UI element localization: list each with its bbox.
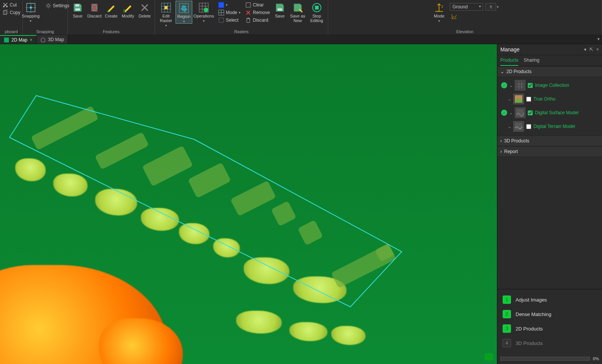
raster-select-button[interactable]: Select <box>217 17 242 24</box>
trash-icon <box>245 17 251 23</box>
item-true-ortho[interactable]: ⌄ True Ortho <box>500 92 600 106</box>
edit-raster-label: Edit Raster <box>156 14 176 23</box>
raster-discard-button[interactable]: Discard <box>244 17 271 24</box>
step-3d-products[interactable]: 43D Products <box>500 336 599 350</box>
features-group-label: Features <box>68 29 155 34</box>
chevron-down-icon: ▾ <box>226 3 228 7</box>
svg-rect-20 <box>219 18 224 22</box>
mode-icon <box>218 10 224 16</box>
section-3d-products[interactable]: › 3D Products <box>497 136 602 146</box>
section-report[interactable]: › Report <box>497 146 602 157</box>
chevron-down-icon: ▾ <box>203 19 205 23</box>
map-overview-icon[interactable] <box>485 353 493 360</box>
chevron-down-icon: ▾ <box>183 19 185 23</box>
cut-button[interactable]: Cut <box>1 2 22 8</box>
svg-text:z: z <box>441 4 443 8</box>
gear-icon <box>45 3 51 9</box>
remove-icon <box>245 10 251 16</box>
delete-icon <box>139 2 150 13</box>
chevron-down-icon: ⌄ <box>500 69 504 74</box>
features-modify-button[interactable]: Modify <box>120 1 136 18</box>
dsm-checkbox[interactable] <box>528 110 533 115</box>
raster-saveas-button[interactable]: Save as New <box>288 1 307 23</box>
features-save-button[interactable]: Save <box>69 1 86 18</box>
item-image-collection[interactable]: ✓ ⌄ Image Collection <box>500 78 600 92</box>
workflow-steps: 1Adjust Images 2Dense Matching 32D Produ… <box>497 289 602 353</box>
snapping-button[interactable]: Snapping ▾ <box>19 1 42 23</box>
copy-label: Copy <box>10 10 21 15</box>
stop-editing-label: Stop Editing <box>307 14 326 23</box>
features-create-button[interactable]: Create <box>103 1 120 18</box>
operations-button[interactable]: Operations▾ <box>192 1 215 23</box>
tab-sharing[interactable]: Sharing <box>524 57 539 66</box>
elevation-extra-button[interactable] <box>450 13 499 20</box>
features-delete-button[interactable]: Delete <box>136 1 153 18</box>
raster-color-button[interactable]: ▾ <box>217 2 242 8</box>
region-label: Region <box>177 14 191 19</box>
map-viewport[interactable] <box>0 44 497 364</box>
true-ortho-checkbox[interactable] <box>526 97 531 102</box>
item-dsm[interactable]: ✓ ⌄ Digital Surface Model <box>500 106 600 120</box>
tabs-menu-icon[interactable]: ▾ <box>597 37 600 42</box>
operations-label: Operations <box>193 14 214 18</box>
features-discard-button[interactable]: Discard <box>86 1 103 18</box>
step-dense-matching[interactable]: 2Dense Matching <box>500 307 599 321</box>
raster-mode-button[interactable]: Mode ▾ <box>217 9 242 16</box>
snapping-icon <box>26 2 36 13</box>
chevron-down-icon[interactable]: ⌄ <box>509 111 513 115</box>
raster-save-label: Save <box>275 14 284 18</box>
section-2d-products[interactable]: ⌄ 2D Products <box>497 66 602 77</box>
create-icon <box>106 2 117 13</box>
progress-row: 0% <box>497 353 602 364</box>
copy-button[interactable]: Copy <box>1 9 22 16</box>
snapping-settings-button[interactable]: Settings <box>44 2 71 9</box>
svg-rect-26 <box>4 38 9 42</box>
svg-point-12 <box>107 11 109 12</box>
step-2d-products[interactable]: 32D Products <box>500 321 599 336</box>
rasters-group: Edit Raster▾ Region▾ Operations▾ ▾ Mode … <box>155 0 328 35</box>
manage-tabs: Products Sharing <box>497 55 602 66</box>
stop-editing-button[interactable]: Stop Editing <box>307 1 326 23</box>
close-icon[interactable]: × <box>30 37 32 43</box>
step-adjust-images[interactable]: 1Adjust Images <box>500 292 599 307</box>
elevation-surface-select-wrap: Ground <box>450 3 483 11</box>
elevation-group-label: Elevation <box>328 29 602 34</box>
chevron-down-icon: ▾ <box>239 11 241 14</box>
pane-menu-icon[interactable]: ▾ <box>584 47 586 52</box>
save-icon <box>72 2 83 13</box>
svg-marker-27 <box>10 96 402 307</box>
chevron-down-icon: ▾ <box>30 19 32 23</box>
chevron-down-icon[interactable]: ⌄ <box>508 125 511 129</box>
raster-clear-button[interactable]: Clear <box>244 2 271 8</box>
chevron-right-icon: › <box>500 138 502 144</box>
close-icon[interactable]: × <box>596 47 599 52</box>
svg-rect-10 <box>75 4 79 6</box>
tab-products[interactable]: Products <box>500 57 518 66</box>
region-button[interactable]: Region▾ <box>176 1 192 24</box>
item-dtm[interactable]: ⌄ Digital Terrain Model <box>500 120 600 133</box>
image-collection-checkbox[interactable] <box>528 83 533 88</box>
raster-save-button[interactable]: Save <box>271 1 288 18</box>
save-as-icon <box>292 2 303 13</box>
elevation-mode-button[interactable]: z Mode▾ <box>431 1 447 23</box>
operations-icon <box>198 2 209 13</box>
view-tabs: 2D Map × 3D Map ▾ <box>0 35 602 44</box>
features-discard-label: Discard <box>87 14 101 18</box>
section-report-label: Report <box>504 149 518 154</box>
svg-rect-9 <box>75 8 80 11</box>
pin-icon[interactable]: ⇱ <box>589 47 593 52</box>
region-icon <box>179 3 189 13</box>
elevation-surface-select[interactable]: Ground <box>450 3 483 11</box>
edit-raster-button[interactable]: Edit Raster▾ <box>156 1 176 27</box>
dtm-checkbox[interactable] <box>526 124 531 129</box>
select-icon <box>218 17 224 23</box>
elevation-unit[interactable]: ft <box>485 3 496 11</box>
tab-2d-map[interactable]: 2D Map × <box>0 35 37 44</box>
raster-remove-button[interactable]: Remove <box>244 9 271 16</box>
map-2d-icon <box>4 37 9 43</box>
chevron-down-icon[interactable]: ⌄ <box>509 83 513 88</box>
chevron-down-icon[interactable]: ⌄ <box>508 97 511 101</box>
tab-3d-map[interactable]: 3D Map <box>37 35 68 44</box>
step-label: 2D Products <box>516 326 543 332</box>
svg-rect-15 <box>164 6 168 9</box>
